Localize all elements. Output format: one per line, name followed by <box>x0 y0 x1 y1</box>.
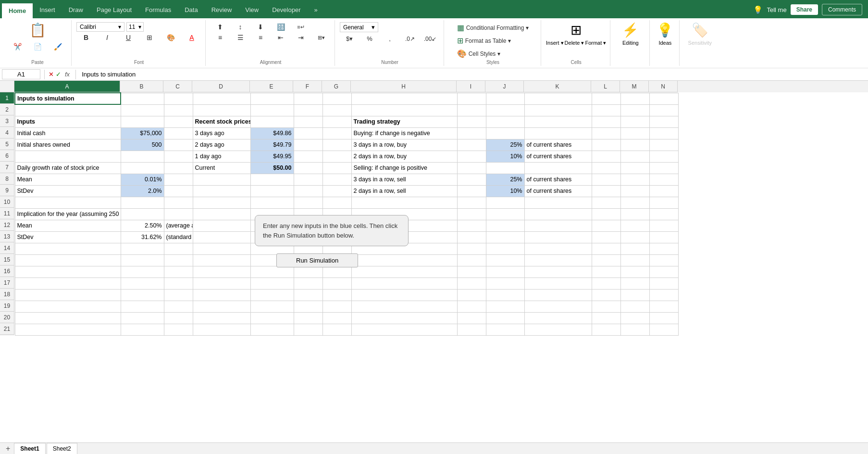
cell-D13[interactable] <box>193 231 250 243</box>
ribbon-tab-data[interactable]: Data <box>178 2 204 18</box>
cell-K11[interactable] <box>524 208 592 220</box>
cell-L21[interactable] <box>592 324 620 335</box>
cell-B7[interactable] <box>121 162 164 174</box>
cell-C20[interactable] <box>164 312 193 324</box>
row-header-16[interactable]: 16 <box>0 265 14 277</box>
cell-D9[interactable] <box>193 185 250 197</box>
ribbon-tab-review[interactable]: Review <box>205 2 239 18</box>
cell-I19[interactable] <box>457 301 486 312</box>
row-header-19[interactable]: 19 <box>0 300 14 312</box>
cell-C5[interactable] <box>164 139 193 151</box>
cell-A12[interactable]: Mean <box>15 220 121 231</box>
cell-D5[interactable]: 2 days ago <box>193 139 250 151</box>
cell-D1[interactable] <box>193 93 250 104</box>
cell-L13[interactable] <box>592 231 620 243</box>
cell-C2[interactable] <box>164 104 193 116</box>
paste-button[interactable]: 📋 <box>25 20 51 40</box>
cell-B13[interactable]: 31.62% <box>121 231 164 243</box>
cell-I4[interactable] <box>457 127 486 139</box>
row-header-12[interactable]: 12 <box>0 219 14 231</box>
sheet-tab-sheet1[interactable]: Sheet1 <box>14 443 45 451</box>
cell-E8[interactable] <box>250 174 294 185</box>
cell-E6[interactable]: $49.95 <box>250 151 294 162</box>
cell-G19[interactable] <box>322 301 351 312</box>
share-button[interactable]: Share <box>791 4 818 15</box>
align-center-button[interactable]: ☰ <box>231 33 250 42</box>
format-painter-button[interactable]: 🖌️ <box>48 42 67 51</box>
cell-K10[interactable] <box>524 197 592 208</box>
cell-L16[interactable] <box>592 266 620 277</box>
cell-B16[interactable] <box>121 266 164 277</box>
ribbon-tab-developer[interactable]: Developer <box>265 2 307 18</box>
cell-A16[interactable] <box>15 266 121 277</box>
cell-G20[interactable] <box>322 312 351 324</box>
cell-K13[interactable] <box>524 231 592 243</box>
cell-B15[interactable] <box>121 254 164 266</box>
cell-H20[interactable] <box>351 312 457 324</box>
cell-M20[interactable] <box>620 312 649 324</box>
cell-M12[interactable] <box>620 220 649 231</box>
cell-K2[interactable] <box>524 104 592 116</box>
ribbon-tab-draw[interactable]: Draw <box>62 2 90 18</box>
cell-B6[interactable] <box>121 151 164 162</box>
cell-A7[interactable]: Daily growth rate of stock price <box>15 162 121 174</box>
align-left-button[interactable]: ≡ <box>211 33 230 42</box>
cell-B12[interactable]: 2.50% <box>121 220 164 231</box>
cell-L7[interactable] <box>592 162 620 174</box>
bold-button[interactable]: B <box>76 33 96 42</box>
indent-dec-button[interactable]: ⇤ <box>271 33 290 42</box>
comments-button[interactable]: Comments <box>822 4 862 15</box>
cell-I10[interactable] <box>457 197 486 208</box>
cell-B17[interactable] <box>121 277 164 289</box>
cell-C10[interactable] <box>164 197 193 208</box>
merge-button[interactable]: ⊞▾ <box>311 33 331 42</box>
cell-L8[interactable] <box>592 174 620 185</box>
cell-C19[interactable] <box>164 301 193 312</box>
cell-B3[interactable] <box>121 116 164 127</box>
cell-reference-box[interactable] <box>2 69 40 79</box>
cell-G10[interactable] <box>322 197 351 208</box>
cell-F21[interactable] <box>294 324 322 335</box>
cell-M10[interactable] <box>620 197 649 208</box>
cell-K19[interactable] <box>524 301 592 312</box>
align-middle-button[interactable]: ↕ <box>231 22 250 32</box>
underline-button[interactable]: U <box>119 33 138 42</box>
cell-M8[interactable] <box>620 174 649 185</box>
col-header-I[interactable]: I <box>457 81 485 92</box>
cell-I21[interactable] <box>457 324 486 335</box>
cell-I3[interactable] <box>457 116 486 127</box>
cell-J15[interactable] <box>486 254 524 266</box>
run-simulation-button[interactable]: Run Simulation <box>276 253 358 267</box>
cell-H4[interactable]: Buying: if change is negative <box>351 127 457 139</box>
row-header-20[interactable]: 20 <box>0 312 14 323</box>
cell-M1[interactable] <box>620 93 649 104</box>
cell-D12[interactable] <box>193 220 250 231</box>
cell-A2[interactable] <box>15 104 121 116</box>
col-header-K[interactable]: K <box>524 81 591 92</box>
cell-D4[interactable]: 3 days ago <box>193 127 250 139</box>
cell-G7[interactable] <box>322 162 351 174</box>
cell-E3[interactable] <box>250 116 294 127</box>
cell-J13[interactable] <box>486 231 524 243</box>
cell-K12[interactable] <box>524 220 592 231</box>
cell-I5[interactable] <box>457 139 486 151</box>
cell-E5[interactable]: $49.79 <box>250 139 294 151</box>
cell-N18[interactable] <box>649 289 678 301</box>
cell-L11[interactable] <box>592 208 620 220</box>
cell-A8[interactable]: Mean <box>15 174 121 185</box>
confirm-icon[interactable]: ✓ <box>56 71 61 78</box>
cell-K5[interactable]: of current shares <box>524 139 592 151</box>
cell-K18[interactable] <box>524 289 592 301</box>
cell-M5[interactable] <box>620 139 649 151</box>
cell-E16[interactable] <box>250 266 294 277</box>
cell-H2[interactable] <box>351 104 457 116</box>
row-header-21[interactable]: 21 <box>0 323 14 335</box>
cell-A11[interactable]: Implication for the year (assuming 250 t… <box>15 208 121 220</box>
currency-button[interactable]: $▾ <box>340 34 359 43</box>
cell-I2[interactable] <box>457 104 486 116</box>
row-header-5[interactable]: 5 <box>0 139 14 150</box>
cell-C17[interactable] <box>164 277 193 289</box>
cell-J21[interactable] <box>486 324 524 335</box>
cell-C18[interactable] <box>164 289 193 301</box>
cell-G3[interactable] <box>322 116 351 127</box>
